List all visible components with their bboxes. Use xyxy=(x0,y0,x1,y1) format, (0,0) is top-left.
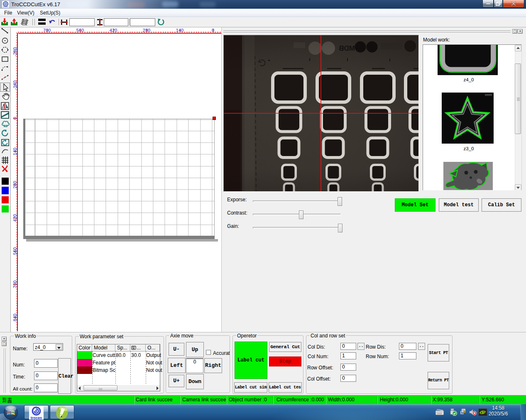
svg-text:trocen: trocen xyxy=(3,6,8,8)
svg-text:trocen: trocen xyxy=(31,416,42,420)
